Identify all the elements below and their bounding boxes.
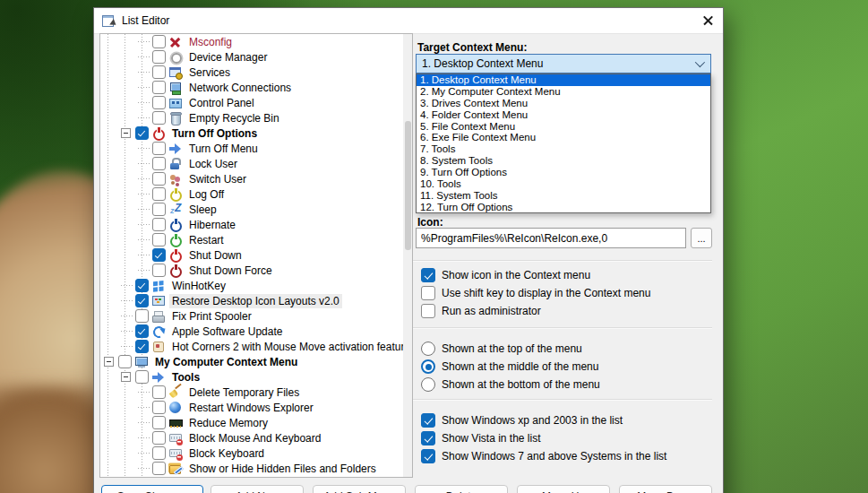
move-up-button[interactable]: Move Up [517,485,610,493]
tree-item-label[interactable]: WinHotKey [169,279,228,293]
tree-item[interactable]: Delete Temporary Files [100,385,412,400]
tree-item[interactable]: Log Off [100,186,412,202]
icon-path-input[interactable] [416,228,686,248]
dropdown-option[interactable]: 1. Desktop Context Menu [417,74,710,86]
tree-item-label[interactable]: Block Keyboard [186,446,267,461]
expand-collapse-toggle[interactable] [121,128,131,138]
tree-item-label[interactable]: Hibernate [186,218,238,232]
tree-item-checkbox[interactable] [152,264,166,277]
tree-item[interactable]: Tools [100,369,412,385]
tree-item[interactable]: Empty Recycle Bin [100,110,412,125]
tree-item-label[interactable]: Restart [186,233,227,247]
tree-item[interactable]: Network Connections [100,80,412,95]
tree-item-label[interactable]: Apple Software Update [169,324,285,339]
delete-button[interactable]: Delete [415,485,508,493]
tree-scrollbar[interactable] [403,34,412,477]
tree-item-label[interactable]: Tools [169,370,202,385]
tree-item[interactable]: Hibernate [100,217,412,232]
checkbox-run-as-administrator[interactable]: Run as administrator [421,302,650,320]
tree-scrollbar-thumb[interactable] [405,121,411,250]
tree-item-label[interactable]: Restore Desktop Icon Layouts v2.0 [169,294,342,308]
tree-item-checkbox[interactable] [152,81,166,94]
tree-item[interactable]: Control Panel [100,95,412,110]
tree-item[interactable]: Reduce Memory [100,415,412,430]
tree-item-checkbox[interactable] [152,111,166,125]
tree-item-checkbox[interactable] [135,126,149,140]
dropdown-option[interactable]: 11. System Tools [417,190,710,202]
checkbox-use-shift-key-to-display-in-the-context-menu[interactable]: Use shift key to display in the Context … [421,284,650,302]
radio-shown-at-the-bottom-of-the-menu[interactable]: Shown at the bottom of the menu [421,376,600,394]
tree-item[interactable]: Hot Corners 2 with Mouse Move activation… [100,339,412,354]
tree-item-checkbox[interactable] [152,431,166,445]
dropdown-option[interactable]: 7. Tools [417,143,710,155]
tree-item-label[interactable]: Lock User [186,157,240,171]
dropdown-option[interactable]: 9. Turn Off Options [417,167,710,178]
tree-item-checkbox[interactable] [118,355,132,368]
tree-item-checkbox[interactable] [135,309,149,323]
context-menu-tree[interactable]: MsconfigDevice ManagerServicesNetwork Co… [99,33,413,478]
checkbox[interactable] [421,304,435,318]
tree-item-label[interactable]: Shut Down Force [186,264,275,278]
tree-item-checkbox[interactable] [152,203,166,216]
tree-item-label[interactable]: Shut Down [186,248,245,263]
tree-item-checkbox[interactable] [152,172,166,186]
tree-item[interactable]: Turn Off Options [100,125,412,141]
tree-item[interactable]: Restart [100,232,412,247]
move-down-button[interactable]: Move Down [619,485,712,493]
tree-item-label[interactable]: Fix Print Spooler [169,309,254,324]
tree-item[interactable]: Services [100,65,412,80]
tree-item-label[interactable]: Turn Off Menu [186,142,261,156]
tree-item-label[interactable]: Hot Corners 2 with Mouse Move activation… [169,340,413,354]
tree-item[interactable]: My Computer Context Menu [100,354,412,369]
tree-item-checkbox[interactable] [135,324,149,338]
checkbox[interactable] [421,431,435,445]
radio-shown-at-the-middle-of-the-menu[interactable]: Shown at the middle of the menu [421,358,600,376]
checkbox[interactable] [421,268,435,282]
dropdown-option[interactable]: 3. Drives Context Menu [417,98,710,109]
dropdown-option[interactable]: 5. File Context Menu [417,121,710,133]
tree-item-label[interactable]: Network Connections [186,81,294,95]
tree-item-checkbox[interactable] [135,294,149,307]
radio-button[interactable] [421,359,435,374]
tree-item-label[interactable]: Show or Hide Hidden Files and Folders [186,462,379,476]
tree-item[interactable]: WinHotKey [100,278,412,293]
tree-item-label[interactable]: Log Off [186,187,227,202]
checkbox-show-windows-7-and-above-systems-in-the-list[interactable]: Show Windows 7 and above Systems in the … [421,447,666,465]
target-context-menu-combobox[interactable]: 1. Desktop Context Menu [416,54,711,74]
add-new-button[interactable]: Add New [211,485,304,493]
tree-item-label[interactable]: Turn Off Options [169,126,260,141]
tree-item-label[interactable]: Reduce Memory [186,416,271,430]
save-changes-button[interactable]: Save Changes [101,485,203,493]
tree-item-label[interactable]: Control Panel [186,96,257,110]
checkbox[interactable] [421,286,435,300]
tree-item[interactable]: Lock User [100,156,412,171]
add-sub-menu-button[interactable]: Add Sub Menu [313,485,406,493]
tree-item[interactable]: Msconfig [100,34,412,49]
tree-item-checkbox[interactable] [152,96,166,109]
dropdown-option[interactable]: 12. Turn Off Options [417,202,710,213]
tree-item[interactable]: Shut Down Force [100,263,412,278]
tree-item[interactable]: Turn Off Menu [100,141,412,156]
tree-item-checkbox[interactable] [152,187,166,201]
checkbox-show-windows-xp-and-2003-in-the-list[interactable]: Show Windows xp and 2003 in the list [421,411,666,429]
tree-item-label[interactable]: Empty Recycle Bin [186,111,282,125]
tree-item[interactable]: Restart Windows Explorer [100,400,412,415]
tree-item-checkbox[interactable] [152,65,166,79]
tree-item-checkbox[interactable] [152,446,166,460]
tree-item-checkbox[interactable] [152,218,166,231]
tree-item-checkbox[interactable] [152,50,166,64]
radio-shown-at-the-top-of-the-menu[interactable]: Shown at the top of the menu [421,340,600,358]
checkbox-show-icon-in-the-context-menu[interactable]: Show icon in the Context menu [421,266,650,284]
dropdown-option[interactable]: 4. Folder Context Menu [417,109,710,121]
tree-item[interactable]: Show or Hide Hidden Files and Folders [100,461,412,476]
tree-item-label[interactable]: Sleep [186,203,219,217]
tree-item-label[interactable]: Services [186,65,233,80]
tree-item-label[interactable]: Block Mouse And Keyboard [186,431,323,445]
tree-item[interactable]: Device Manager [100,49,412,65]
tree-item-label[interactable]: Delete Temporary Files [186,385,302,400]
tree-item[interactable]: Block Mouse And Keyboard [100,430,412,445]
tree-item[interactable]: Restore Desktop Icon Layouts v2.0 [100,293,412,308]
tree-item-checkbox[interactable] [152,233,166,246]
expand-collapse-toggle[interactable] [121,372,131,382]
tree-item-checkbox[interactable] [152,462,166,475]
